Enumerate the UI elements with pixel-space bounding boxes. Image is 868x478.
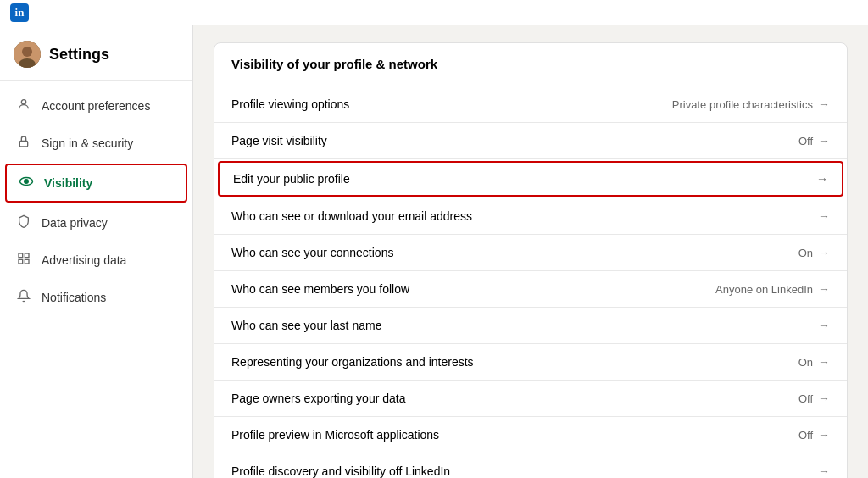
row-label-edit-public-profile: Edit your public profile	[233, 172, 350, 186]
arrow-right-icon-3: →	[816, 172, 828, 186]
row-value-representing-organizations: On	[798, 356, 813, 369]
svg-point-1	[22, 47, 32, 57]
svg-point-3	[21, 100, 25, 104]
row-who-see-connections[interactable]: Who can see your connections On →	[214, 235, 847, 271]
row-edit-public-profile[interactable]: Edit your public profile →	[218, 161, 843, 197]
sidebar-item-advertising-data[interactable]: Advertising data	[0, 242, 192, 279]
panel-header: Visibility of your profile & network	[214, 43, 847, 86]
sidebar-item-label-notifications: Notifications	[42, 291, 106, 304]
row-value-page-visit-visibility: Off	[798, 135, 813, 147]
content-area: Visibility of your profile & network Pro…	[193, 25, 868, 478]
row-profile-preview-microsoft[interactable]: Profile preview in Microsoft application…	[214, 417, 847, 453]
row-label-representing-organizations: Representing your organizations and inte…	[231, 355, 474, 369]
sidebar-item-account-preferences[interactable]: Account preferences	[0, 87, 192, 125]
svg-rect-7	[19, 253, 23, 258]
sidebar-title: Settings	[49, 46, 109, 64]
row-label-who-see-connections: Who can see your connections	[231, 246, 393, 259]
row-label-page-visit-visibility: Page visit visibility	[231, 134, 327, 147]
sidebar: Settings Account preferences S	[0, 25, 193, 478]
arrow-right-icon-2: →	[818, 134, 830, 147]
sidebar-item-data-privacy[interactable]: Data privacy	[0, 204, 192, 242]
sidebar-item-label-sign-in-security: Sign in & security	[42, 136, 133, 150]
row-label-who-see-email: Who can see or download your email addre…	[231, 209, 472, 223]
shield-icon	[16, 214, 31, 231]
row-profile-discovery-visibility[interactable]: Profile discovery and visibility off Lin…	[214, 453, 847, 478]
svg-rect-4	[19, 141, 27, 147]
sidebar-item-notifications[interactable]: Notifications	[0, 279, 192, 316]
row-page-owners-exporting[interactable]: Page owners exporting your data Off →	[214, 381, 847, 417]
svg-rect-10	[25, 259, 29, 264]
row-representing-organizations[interactable]: Representing your organizations and inte…	[214, 344, 847, 381]
sidebar-nav: Account preferences Sign in & security	[0, 81, 192, 323]
arrow-right-icon-4: →	[818, 209, 830, 223]
bell-icon	[16, 289, 31, 306]
linkedin-logo: in	[10, 3, 29, 22]
eye-icon	[19, 174, 34, 192]
row-label-profile-viewing-options: Profile viewing options	[231, 97, 349, 111]
avatar	[14, 41, 41, 68]
main-layout: Settings Account preferences S	[0, 25, 868, 478]
sidebar-item-visibility[interactable]: Visibility	[5, 164, 187, 203]
topbar: in	[0, 0, 868, 25]
arrow-right-icon-6: →	[818, 282, 830, 296]
row-who-see-members-follow[interactable]: Who can see members you follow Anyone on…	[214, 271, 847, 308]
svg-rect-9	[19, 259, 23, 264]
sidebar-header: Settings	[0, 25, 192, 81]
person-icon	[16, 97, 31, 114]
row-profile-viewing-options[interactable]: Profile viewing options Private profile …	[214, 86, 847, 123]
row-label-profile-preview-microsoft: Profile preview in Microsoft application…	[231, 428, 439, 442]
row-page-visit-visibility[interactable]: Page visit visibility Off →	[214, 123, 847, 159]
sidebar-item-sign-in-security[interactable]: Sign in & security	[0, 125, 192, 162]
row-label-who-see-last-name: Who can see your last name	[231, 319, 381, 332]
sidebar-item-label-account-preferences: Account preferences	[42, 99, 150, 113]
arrow-right-icon-11: →	[818, 464, 830, 478]
content-panel: Visibility of your profile & network Pro…	[214, 42, 848, 478]
arrow-right-icon-7: →	[818, 319, 830, 332]
row-value-who-see-connections: On	[798, 247, 813, 259]
row-who-see-last-name[interactable]: Who can see your last name →	[214, 308, 847, 344]
arrow-right-icon: →	[818, 97, 830, 111]
arrow-right-icon-10: →	[818, 428, 830, 442]
arrow-right-icon-5: →	[818, 246, 830, 259]
lock-icon	[16, 135, 31, 152]
panel-title: Visibility of your profile & network	[231, 57, 437, 71]
sidebar-item-label-advertising-data: Advertising data	[42, 253, 126, 267]
row-label-page-owners-exporting: Page owners exporting your data	[231, 392, 405, 405]
arrow-right-icon-8: →	[818, 355, 830, 369]
row-value-who-see-members-follow: Anyone on LinkedIn	[715, 283, 813, 296]
row-label-who-see-members-follow: Who can see members you follow	[231, 282, 409, 296]
svg-rect-8	[25, 253, 29, 258]
arrow-right-icon-9: →	[818, 392, 830, 405]
row-label-profile-discovery-visibility: Profile discovery and visibility off Lin…	[231, 464, 450, 478]
row-value-page-owners-exporting: Off	[798, 392, 813, 405]
svg-point-6	[25, 180, 29, 184]
sidebar-item-label-data-privacy: Data privacy	[42, 216, 108, 230]
row-value-profile-viewing-options: Private profile characteristics	[672, 98, 813, 111]
row-value-profile-preview-microsoft: Off	[798, 429, 813, 442]
sidebar-item-label-visibility: Visibility	[44, 176, 92, 190]
grid-icon	[16, 252, 31, 269]
row-who-see-email[interactable]: Who can see or download your email addre…	[214, 198, 847, 235]
